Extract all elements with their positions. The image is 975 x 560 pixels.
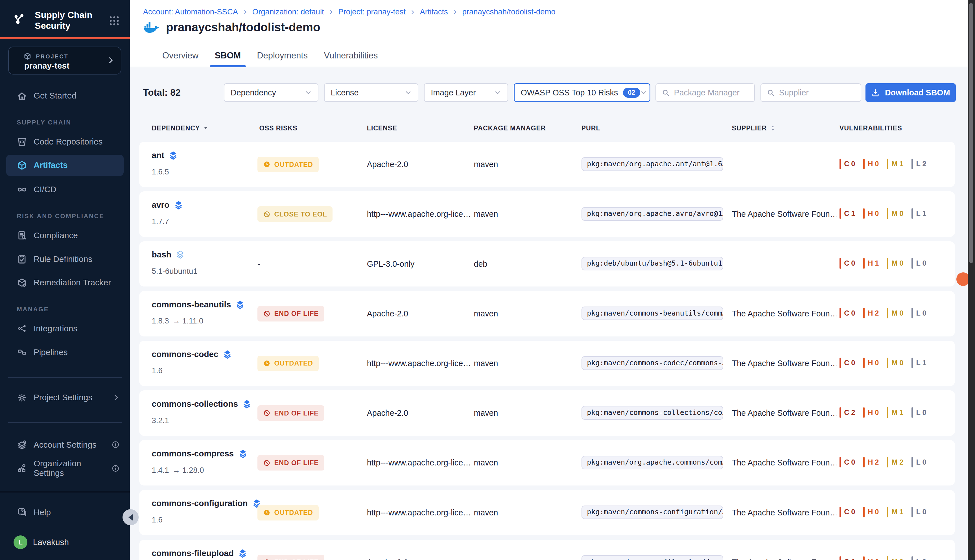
chevron-down-icon — [494, 89, 501, 96]
sidebar-item-code-repositories[interactable]: Code Repositories — [0, 133, 130, 150]
sidebar-item-ci-cd[interactable]: CI/CD — [0, 181, 130, 198]
ban-icon — [263, 459, 270, 467]
table-header: DEPENDENCY OSS RISKS LICENSE PACKAGE MAN… — [130, 125, 967, 134]
oss-risk-badge: OUTDATED — [257, 505, 319, 520]
package-manager-search-input[interactable]: Package Manager — [655, 83, 755, 102]
low-count: L0 — [912, 556, 927, 560]
table-row[interactable]: commons-collections 3.2.1 → END OF LIFE … — [139, 390, 955, 436]
medium-count: M0 — [887, 258, 903, 268]
vulnerability-counts: C0 H0 M0 L1 — [840, 358, 927, 368]
clipboard-check-icon — [17, 254, 27, 264]
column-header-dependency[interactable]: DEPENDENCY — [152, 125, 208, 132]
sidebar-item-organization-settings[interactable]: Organization Settings — [0, 460, 130, 477]
sidebar-item-rule-definitions[interactable]: Rule Definitions — [0, 250, 130, 268]
purl-value[interactable]: pkg:maven/org.apache.ant/ant@1.6… — [582, 157, 723, 171]
table-row[interactable]: ant 1.6.5 → OUTDATED Apache-2.0 maven pk… — [139, 142, 955, 187]
purl-value[interactable]: pkg:maven/commons-configuration/… — [582, 505, 723, 519]
high-count: H0 — [863, 507, 879, 517]
dependency-version: 1.8.3 → 1.11.0 — [152, 317, 203, 325]
package-manager-value: maven — [474, 508, 498, 517]
purl-value[interactable]: pkg:maven/commons-collections/co… — [582, 406, 723, 420]
supplier-search-input[interactable]: Supplier — [760, 83, 861, 102]
org-gear-icon — [17, 463, 27, 473]
table-row[interactable]: commons-codec 1.6 → OUTDATED http---www.… — [139, 341, 955, 386]
breadcrumb-account[interactable]: Account: Automation-SSCA — [143, 7, 238, 17]
table-row[interactable]: avro 1.7.7 → CLOSE TO EOL http---www.apa… — [139, 192, 955, 237]
scrollbar-thumb[interactable] — [969, 3, 973, 263]
vulnerability-counts: C0 H0 M1 L2 — [840, 158, 927, 169]
purl-value[interactable]: pkg:maven/commons-beanutils/comm… — [582, 307, 723, 320]
download-sbom-button[interactable]: Download SBOM — [865, 83, 955, 102]
column-header-supplier[interactable]: SUPPLIER — [732, 125, 776, 132]
brand: Supply Chain Security — [8, 9, 93, 31]
dependency-name: commons-fileupload — [152, 548, 247, 560]
sidebar-item-integrations[interactable]: Integrations — [0, 320, 130, 337]
supplier-value: The Apache Software Foun… — [732, 558, 837, 560]
critical-count: C0 — [840, 457, 855, 467]
sort-descending-icon — [203, 125, 208, 131]
ban-icon — [263, 210, 270, 218]
low-count: L1 — [912, 208, 927, 219]
tab-deployments[interactable]: Deployments — [251, 44, 314, 67]
purl-value[interactable]: pkg:maven/org.apache.commons/com… — [582, 456, 723, 469]
purl-value[interactable]: pkg:maven/commons-codec/commons-… — [582, 356, 723, 370]
sidebar-item-pipelines[interactable]: Pipelines — [0, 343, 130, 361]
tab-vulnerabilities[interactable]: Vulnerabilities — [318, 44, 384, 67]
search-placeholder: Package Manager — [674, 88, 740, 97]
critical-count: C1 — [840, 556, 855, 560]
tab-sbom[interactable]: SBOM — [208, 44, 247, 67]
license-value: http---www.apache.org-lice… — [367, 458, 471, 467]
oss-risk-empty: - — [257, 259, 260, 268]
breadcrumb-artifacts[interactable]: Artifacts — [420, 7, 448, 17]
table-row[interactable]: bash 5.1-6ubuntu1 → - GPL-3.0-only deb p… — [139, 241, 955, 287]
package-manager-value: maven — [474, 359, 498, 368]
purl-value[interactable]: pkg:deb/ubuntu/bash@5.1-6ubuntu1 — [582, 257, 723, 270]
low-count: L2 — [912, 158, 927, 169]
dependency-filter-dropdown[interactable]: Dependency — [224, 83, 318, 102]
vulnerability-counts: C0 H0 M1 L0 — [840, 507, 927, 517]
breadcrumb-current[interactable]: pranaycshah/todolist-demo — [462, 7, 555, 17]
column-header-purl: PURL — [582, 125, 600, 132]
purl-value[interactable]: pkg:maven/commons-fileupload/co… — [582, 555, 723, 560]
dependency-name: commons-compress — [152, 449, 247, 461]
help-chat-icon — [17, 507, 27, 517]
table-row[interactable]: commons-fileupload → END OF LIFE Apache-… — [139, 540, 955, 560]
breadcrumb-organization[interactable]: Organization: default — [252, 7, 324, 17]
purl-cell: pkg:maven/org.apache.commons/com… — [582, 456, 723, 472]
search-icon — [767, 88, 775, 97]
sidebar-item-artifacts[interactable]: Artifacts — [6, 155, 123, 176]
sidebar-item-help[interactable]: Help — [0, 503, 130, 521]
chevron-down-icon — [305, 89, 312, 96]
license-filter-dropdown[interactable]: License — [324, 83, 418, 102]
user-menu[interactable]: L Lavakush — [0, 533, 130, 551]
clock-icon — [263, 509, 270, 516]
purl-cell: pkg:maven/commons-fileupload/co… — [582, 555, 723, 560]
sidebar-item-project-settings[interactable]: Project Settings — [0, 389, 130, 406]
sidebar-item-compliance[interactable]: Compliance — [0, 227, 130, 244]
tab-overview[interactable]: Overview — [156, 44, 205, 67]
high-count: H0 — [863, 407, 879, 418]
breadcrumb-project[interactable]: Project: pranay-test — [338, 7, 406, 17]
breadcrumb: Account: Automation-SSCA Organization: d… — [143, 7, 555, 17]
sidebar-item-label: CI/CD — [33, 185, 57, 194]
sidebar-item-account-settings[interactable]: Account Settings — [0, 436, 130, 453]
sort-both-icon — [770, 125, 776, 132]
supply-chain-security-logo-icon — [8, 9, 29, 31]
sidebar-item-get-started[interactable]: Get Started — [0, 87, 130, 105]
project-selector[interactable]: PROJECT pranay-test — [8, 47, 122, 75]
low-count: L0 — [912, 258, 927, 268]
table-row[interactable]: commons-compress 1.4.1 → 1.28.0 END OF L… — [139, 440, 955, 485]
owasp-risks-filter-dropdown[interactable]: OWASP OSS Top 10 Risks 02 — [514, 83, 651, 102]
purl-value[interactable]: pkg:maven/org.apache.avro/avro@1… — [582, 207, 723, 221]
dependency-name: commons-codec — [152, 350, 232, 361]
sidebar-item-label: Account Settings — [33, 440, 97, 450]
image-layer-filter-dropdown[interactable]: Image Layer — [424, 83, 508, 102]
sidebar-item-remediation-tracker[interactable]: Remediation Tracker — [0, 274, 130, 291]
dependency-name: commons-configuration — [152, 498, 262, 510]
table-row[interactable]: commons-configuration 1.6 → OUTDATED htt… — [139, 490, 955, 535]
app-grid-icon[interactable] — [109, 15, 119, 26]
medium-count: M1 — [887, 507, 903, 517]
dependency-version: 1.7.7 → — [152, 217, 169, 226]
table-row[interactable]: commons-beanutils 1.8.3 → 1.11.0 END OF … — [139, 291, 955, 337]
breadcrumb-chevron-icon — [410, 9, 415, 15]
